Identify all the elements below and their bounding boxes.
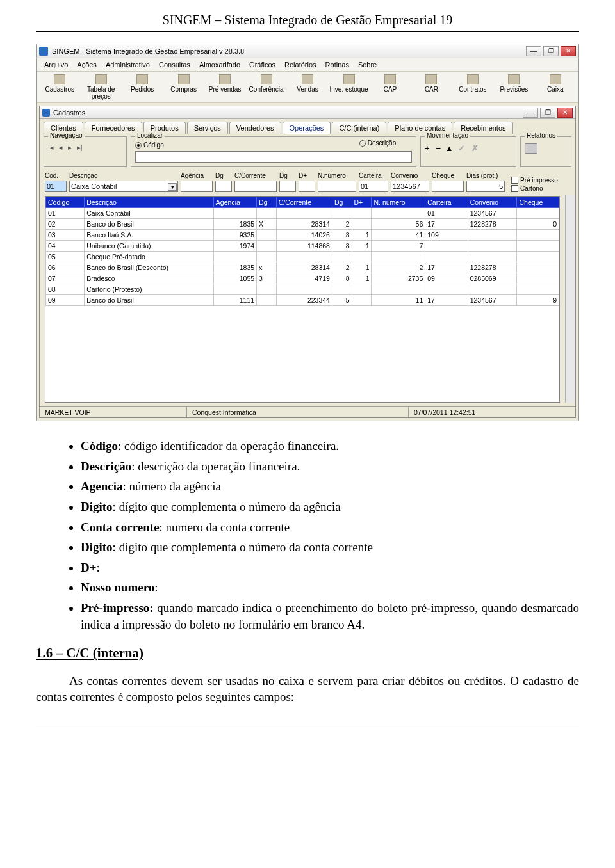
fld-nnumero[interactable] [318,181,356,192]
close-button[interactable]: ✕ [561,46,576,56]
grid-header[interactable]: Código [46,197,85,208]
minimize-button[interactable]: — [526,46,541,56]
fld-dias[interactable] [466,181,505,192]
tool-previsoes[interactable]: Previsões [493,73,534,101]
fld-carteira[interactable] [359,181,388,192]
menu-item[interactable]: Arquivo [40,60,72,70]
grid-header[interactable]: Dg [332,197,352,208]
nav-next-icon[interactable]: ▸ [68,143,72,152]
grid-header[interactable]: Agencia [213,197,256,208]
table-row[interactable]: 06Banco do Brasil (Desconto)1835x2831421… [46,262,559,273]
tool-conferencia[interactable]: Conferência [245,73,286,101]
section-heading: 1.6 – C/C (interna) [36,644,579,662]
remove-icon[interactable]: − [436,143,441,153]
grid-header[interactable]: Cheque [517,197,559,208]
group-relatorios: Relatórios [520,136,571,167]
fld-desc[interactable] [69,181,178,192]
fld-ccorrente[interactable] [234,181,277,192]
grid-header[interactable]: Carteira [425,197,468,208]
app-icon [39,47,48,56]
grid-header[interactable]: Dg [257,197,277,208]
lbl-cc: C/Corrente [234,172,277,179]
menu-item[interactable]: Ações [73,60,101,70]
grid-header[interactable]: Convenio [468,197,517,208]
tool-tabela-precos[interactable]: Tabela de preços [80,73,121,101]
tool-inve-estoque[interactable]: Inve. estoque [328,73,369,101]
table-row[interactable]: 02Banco do Brasil1835X283142561712282780 [46,219,559,230]
tool-compras[interactable]: Compras [163,73,204,101]
tool-cadastros[interactable]: Cadastros [39,73,80,101]
table-row[interactable]: 04Unibanco (Garantida)1974114868817 [46,241,559,252]
tab-operacoes[interactable]: Operações [283,122,331,134]
window-title: SINGEM - Sistema Integrado de Gestão Emp… [52,47,526,55]
lbl-dias: Dias (prot.) [466,172,505,179]
table-row[interactable]: 03Banco Itaú S.A.9325140268141109 [46,230,559,241]
tool-pre-vendas[interactable]: Pré vendas [204,73,245,101]
fld-dg1[interactable] [215,181,232,192]
fld-dplus[interactable] [299,181,315,192]
tab-fornecedores[interactable]: Fornecedores [85,122,142,134]
titlebar: SINGEM - Sistema Integrado de Gestão Emp… [37,44,578,58]
tab-cc-interna[interactable]: C/C (interna) [332,122,386,134]
maximize-button[interactable]: ❐ [543,46,559,56]
table-row[interactable]: 09Banco do Brasil11112233445111712345679 [46,295,559,306]
chk-pre-impresso[interactable]: Pré impresso [511,177,558,184]
confirm-icon: ✓ [458,143,465,153]
menu-item[interactable]: Consultas [155,60,194,70]
child-minimize[interactable]: — [523,108,538,118]
tool-caixa[interactable]: Caixa [535,73,576,101]
add-icon[interactable]: + [425,143,430,153]
bullet-item: Nosso numero: [81,579,579,596]
table-row[interactable]: 05Cheque Pré-datado [46,252,559,262]
menu-item[interactable]: Almoxarifado [195,60,244,70]
scrollbar[interactable] [565,195,575,403]
tool-vendas[interactable]: Vendas [287,73,328,101]
tool-pedidos[interactable]: Pedidos [122,73,163,101]
nav-prev-icon[interactable]: ◂ [59,143,63,152]
grid-header[interactable]: N. número [372,197,425,208]
lbl-nn: N.número [318,172,356,179]
fld-cod[interactable] [45,181,67,192]
dropdown-icon[interactable]: ▾ [168,183,177,191]
tool-car[interactable]: CAR [411,73,452,101]
tab-vendedores[interactable]: Vendedores [229,122,281,134]
child-maximize[interactable]: ❐ [540,108,555,118]
menu-item[interactable]: Relatórios [281,60,320,70]
grid-header[interactable]: D+ [352,197,372,208]
edit-icon[interactable]: ▴ [447,143,452,153]
radio-descricao[interactable]: Descrição [359,140,396,147]
fld-convenio[interactable] [391,181,429,192]
radio-codigo[interactable]: Código [135,141,164,149]
search-input[interactable] [135,151,412,163]
fld-dg2[interactable] [279,181,296,192]
child-title-text: Cadastros [53,109,85,117]
status-left: MARKET VOIP [40,407,187,417]
tool-cap[interactable]: CAP [370,73,411,101]
grid-header[interactable]: C/Corrente [276,197,332,208]
table-row[interactable]: 08Cartório (Protesto) [46,284,559,295]
menu-item[interactable]: Gráficos [245,60,279,70]
nav-last-icon[interactable]: ▸| [77,143,83,152]
table-row[interactable]: 07Bradesco105534719812735090285069 [46,273,559,284]
bullet-item: Descrição: descrição da operação finance… [81,458,579,475]
menu-item[interactable]: Administrativo [102,60,154,70]
menu-item[interactable]: Rotinas [322,60,353,70]
tab-servicos[interactable]: Serviços [187,122,228,134]
lbl-ag: Agência [181,172,213,179]
fld-agencia[interactable] [181,181,213,192]
table-row[interactable]: 01Caixa Contábil011234567 [46,208,559,219]
chk-cartorio[interactable]: Cartório [511,185,558,192]
child-close[interactable]: ✕ [557,108,573,118]
fld-cheque[interactable] [432,181,464,192]
lbl-dg2: Dg [279,172,296,179]
print-icon[interactable] [525,143,537,154]
group-navegacao: Navegação |◂ ◂ ▸ ▸| [44,136,127,167]
status-center: Conquest Informática [187,407,409,417]
data-grid[interactable]: CódigoDescriçãoAgenciaDgC/CorrenteDgD+N.… [45,196,560,403]
doc-body: Código: código identificador da operação… [36,438,579,705]
nav-first-icon[interactable]: |◂ [48,143,54,152]
menu-item[interactable]: Sobre [354,60,381,70]
tool-contratos[interactable]: Contratos [452,73,493,101]
main-toolbar: Cadastros Tabela de preços Pedidos Compr… [37,72,578,103]
grid-header[interactable]: Descrição [85,197,214,208]
